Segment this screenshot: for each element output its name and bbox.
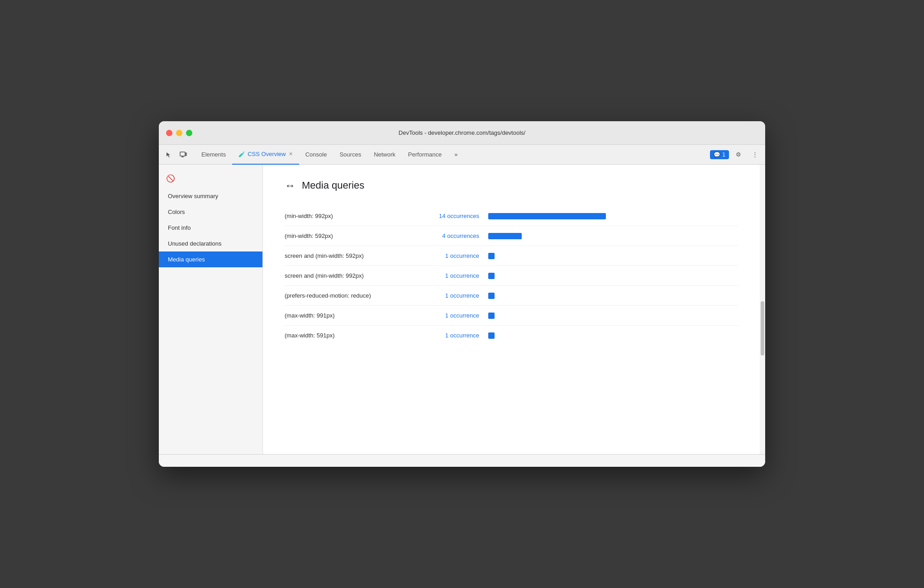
occurrences-link[interactable]: 1 occurrence [420,252,479,259]
occurrences-link[interactable]: 1 occurrence [420,292,479,299]
devtools-icons [162,148,190,161]
table-row: screen and (min-width: 992px) 1 occurren… [285,266,738,286]
panel-content: ↔ Media queries (min-width: 992px) 14 oc… [263,165,760,360]
page-title: DevTools - developer.chrome.com/tags/dev… [399,129,525,136]
bar-container [488,332,738,339]
bar-container [488,293,738,299]
tab-right-icons: 💬 1 ⚙ ⋮ [710,148,762,161]
main-panel: ↔ Media queries (min-width: 992px) 14 oc… [263,165,760,454]
browser-window: DevTools - developer.chrome.com/tags/dev… [159,121,765,467]
table-row: (min-width: 592px) 4 occurrences [285,226,738,246]
minimize-button[interactable] [176,130,182,136]
scrollbar[interactable] [760,165,765,454]
tabs-bar: Elements 🧪 CSS Overview ✕ Console Source… [159,145,765,165]
svg-rect-0 [180,152,185,156]
tab-elements[interactable]: Elements [195,145,232,165]
table-row: (max-width: 991px) 1 occurrence [285,306,738,326]
sidebar-item-colors[interactable]: Colors [159,204,262,220]
occurrences-link[interactable]: 1 occurrence [420,332,479,339]
beaker-icon: 🧪 [238,151,245,157]
notification-button[interactable]: 💬 1 [710,150,729,159]
media-queries-table: (min-width: 992px) 14 occurrences (min-w… [285,206,738,345]
query-text: (prefers-reduced-motion: reduce) [285,292,411,299]
tab-more[interactable]: » [448,145,464,165]
device-icon[interactable] [177,148,190,161]
more-options-button[interactable]: ⋮ [748,148,762,161]
table-row: screen and (min-width: 592px) 1 occurren… [285,246,738,266]
occurrence-bar [488,253,495,259]
tab-close-icon[interactable]: ✕ [289,151,293,157]
scrollbar-thumb[interactable] [761,301,764,356]
tab-sources[interactable]: Sources [333,145,367,165]
tab-css-overview[interactable]: 🧪 CSS Overview ✕ [232,145,299,165]
traffic-lights [166,130,192,136]
occurrence-bar [488,332,495,339]
close-button[interactable] [166,130,172,136]
title-bar: DevTools - developer.chrome.com/tags/dev… [159,121,765,145]
notification-count: 1 [722,152,725,158]
query-text: screen and (min-width: 992px) [285,272,411,279]
bar-container [488,273,738,279]
settings-button[interactable]: ⚙ [732,148,745,161]
bar-container [488,253,738,259]
occurrence-bar [488,233,522,239]
sidebar-item-font-info[interactable]: Font info [159,220,262,236]
query-text: (min-width: 992px) [285,213,411,219]
sidebar: 🚫 Overview summary Colors Font info Unus… [159,165,263,454]
tab-console[interactable]: Console [299,145,333,165]
arrows-icon: ↔ [285,179,295,192]
occurrence-bar [488,313,495,319]
bottom-bar [159,454,765,467]
sidebar-header: 🚫 [159,168,262,188]
query-text: screen and (min-width: 592px) [285,252,411,259]
occurrences-link[interactable]: 1 occurrence [420,272,479,279]
query-text: (max-width: 591px) [285,332,411,339]
no-entry-icon[interactable]: 🚫 [164,172,177,185]
occurrence-bar [488,293,495,299]
bar-container [488,213,738,219]
sidebar-item-unused-declarations[interactable]: Unused declarations [159,236,262,251]
svg-rect-1 [186,153,186,156]
table-row: (min-width: 992px) 14 occurrences [285,206,738,226]
occurrences-link[interactable]: 1 occurrence [420,312,479,319]
query-text: (min-width: 592px) [285,232,411,239]
sidebar-item-media-queries[interactable]: Media queries [159,251,262,267]
occurrence-bar [488,273,495,279]
bar-container [488,313,738,319]
section-title: ↔ Media queries [285,179,738,192]
table-row: (max-width: 591px) 1 occurrence [285,326,738,345]
tab-performance[interactable]: Performance [402,145,448,165]
query-text: (max-width: 991px) [285,312,411,319]
occurrences-link[interactable]: 4 occurrences [420,232,479,239]
sidebar-item-overview-summary[interactable]: Overview summary [159,188,262,204]
cursor-icon[interactable] [162,148,175,161]
occurrences-link[interactable]: 14 occurrences [420,213,479,219]
section-title-text: Media queries [302,180,364,191]
chat-icon: 💬 [714,152,720,158]
table-row: (prefers-reduced-motion: reduce) 1 occur… [285,286,738,306]
bar-container [488,233,738,239]
tab-network[interactable]: Network [367,145,402,165]
maximize-button[interactable] [186,130,192,136]
devtools-body: 🚫 Overview summary Colors Font info Unus… [159,165,765,454]
occurrence-bar [488,213,606,219]
